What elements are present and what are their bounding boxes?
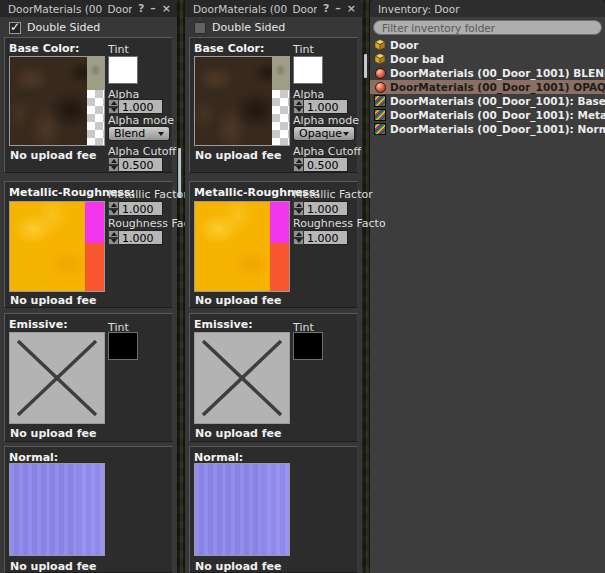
normal-texture-thumbnail[interactable]: [194, 463, 290, 556]
dropdown-arrow-icon: [343, 132, 349, 136]
roughness-factor-label: Roughness Facto: [293, 217, 386, 230]
alpha-cutoff-spinner[interactable]: 0.500: [293, 157, 348, 172]
inventory-list-item[interactable]: DoorMaterials (00_Door_1001): Base Color: [370, 94, 605, 108]
normal-section: Normal: No upload fee: [4, 446, 173, 573]
minimize-button[interactable]: –: [150, 0, 156, 17]
alpha-checkerboard: [272, 90, 289, 145]
spinner-down-icon[interactable]: [293, 165, 304, 173]
alpha-spinner[interactable]: 1.000: [293, 99, 348, 114]
emissive-tint-swatch[interactable]: [293, 332, 323, 360]
material-icon: [374, 81, 386, 93]
metallic-factor-value[interactable]: 1.000: [119, 201, 163, 216]
normal-texture-thumbnail[interactable]: [9, 463, 105, 556]
window-titlebar[interactable]: DoorMaterials (00_Door_100... ? – ×: [0, 0, 177, 17]
upload-fee-text: No upload fee: [10, 427, 96, 440]
spinner-up-icon[interactable]: [108, 99, 119, 107]
spinner-down-icon[interactable]: [293, 107, 304, 115]
metallic-roughness-texture-thumbnail[interactable]: [9, 201, 105, 292]
alpha-spinner[interactable]: 1.000: [108, 99, 163, 114]
upload-fee-text: No upload fee: [10, 294, 96, 307]
dropdown-arrow-icon: [158, 132, 164, 136]
base-tint-swatch[interactable]: [108, 56, 138, 84]
checkmark-icon: ✓: [10, 20, 20, 34]
inventory-list-item[interactable]: DoorMaterials (00_Door_1001) BLEND: [370, 66, 605, 80]
spinner-down-icon[interactable]: [108, 238, 119, 246]
inventory-list-item[interactable]: DoorMaterials (00_Door_1001) OPAQUE: [370, 80, 605, 94]
upload-fee-text: No upload fee: [195, 149, 281, 162]
help-button[interactable]: ?: [323, 0, 329, 17]
metallic-roughness-section: Metallic-Roughness: Metallic Factor 1.00…: [4, 181, 173, 308]
spinner-up-icon[interactable]: [293, 201, 304, 209]
alpha-cutoff-spinner[interactable]: 0.500: [108, 157, 163, 172]
base-color-section: Base Color: Tint Alpha 1.000 Alpha mode …: [4, 37, 173, 173]
spinner-down-icon[interactable]: [108, 107, 119, 115]
inventory-filter-input[interactable]: [373, 20, 602, 35]
inventory-item-label: DoorMaterials (00_Door_1001) BLEND: [390, 67, 605, 79]
emissive-tint-swatch[interactable]: [108, 332, 138, 360]
roughness-factor-spinner[interactable]: 1.000: [108, 230, 163, 245]
base-color-section: Base Color: Tint Alpha 1.000 Alpha mode …: [189, 37, 358, 173]
alpha-cutoff-value[interactable]: 0.500: [119, 157, 163, 172]
double-sided-label: Double Sided: [212, 21, 285, 34]
tint-label: Tint: [293, 43, 314, 56]
spinner-up-icon[interactable]: [293, 230, 304, 238]
close-button[interactable]: ×: [347, 0, 356, 17]
close-button[interactable]: ×: [162, 0, 171, 17]
spinner-up-icon[interactable]: [108, 201, 119, 209]
alpha-mode-dropdown[interactable]: Blend: [108, 126, 170, 141]
window-titlebar[interactable]: DoorMaterials (00_Door_100... ? – ×: [185, 0, 362, 17]
base-color-heading: Base Color:: [194, 42, 264, 55]
spinner-down-icon[interactable]: [293, 209, 304, 217]
inventory-title: Inventory: Door: [378, 3, 460, 15]
alpha-mode-value: Opaque: [299, 127, 343, 140]
viewer-screen: Inventory: Door Door Door bad: [0, 0, 605, 573]
alpha-value[interactable]: 1.000: [119, 99, 163, 114]
minimize-button[interactable]: –: [335, 0, 341, 17]
upload-fee-text: No upload fee: [195, 427, 281, 440]
roughness-factor-value[interactable]: 1.000: [304, 230, 348, 245]
spinner-down-icon[interactable]: [293, 238, 304, 246]
inventory-list-item[interactable]: Door: [370, 38, 605, 52]
alpha-value[interactable]: 1.000: [304, 99, 348, 114]
inventory-list-item[interactable]: Door bad: [370, 52, 605, 66]
base-color-texture-thumbnail[interactable]: [194, 56, 290, 146]
metallic-factor-value[interactable]: 1.000: [304, 201, 348, 216]
emissive-section: Emissive: Tint No upload fee: [4, 313, 173, 442]
spinner-up-icon[interactable]: [108, 157, 119, 165]
inventory-item-label: DoorMaterials (00_Door_1001): Metallic R…: [390, 109, 605, 121]
spinner-up-icon[interactable]: [293, 99, 304, 107]
upload-fee-text: No upload fee: [195, 560, 281, 573]
upload-fee-text: No upload fee: [195, 294, 281, 307]
emissive-texture-thumbnail[interactable]: [9, 332, 105, 424]
alpha-mode-dropdown[interactable]: Opaque: [293, 126, 355, 141]
window-title: DoorMaterials (00_Door_100...: [8, 3, 132, 15]
base-tint-swatch[interactable]: [293, 56, 323, 84]
inventory-titlebar[interactable]: Inventory: Door: [370, 0, 605, 17]
roughness-factor-spinner[interactable]: 1.000: [293, 230, 348, 245]
texture-icon: [374, 123, 386, 135]
blank-texture-x-icon: [195, 333, 289, 423]
alpha-cutoff-value[interactable]: 0.500: [304, 157, 348, 172]
spinner-up-icon[interactable]: [108, 230, 119, 238]
emissive-texture-thumbnail[interactable]: [194, 332, 290, 424]
inventory-item-label: Door: [390, 39, 418, 51]
roughness-factor-value[interactable]: 1.000: [119, 230, 163, 245]
double-sided-checkbox[interactable]: ✓: [9, 22, 21, 34]
inventory-list-item[interactable]: DoorMaterials (00_Door_1001): Normal: [370, 122, 605, 136]
inventory-list-item[interactable]: DoorMaterials (00_Door_1001): Metallic R…: [370, 108, 605, 122]
spinner-down-icon[interactable]: [108, 209, 119, 217]
double-sided-label: Double Sided: [27, 21, 100, 34]
spinner-up-icon[interactable]: [293, 157, 304, 165]
texture-icon: [374, 109, 386, 121]
material-editor-window: DoorMaterials (00_Door_100... ? – × ✓ Do…: [185, 0, 362, 573]
base-color-texture-thumbnail[interactable]: [9, 56, 105, 146]
metallic-factor-spinner[interactable]: 1.000: [108, 201, 163, 216]
metallic-factor-spinner[interactable]: 1.000: [293, 201, 348, 216]
spinner-down-icon[interactable]: [108, 165, 119, 173]
inventory-list: Door Door bad DoorMaterials (00_Door_100…: [370, 38, 605, 136]
object-icon: [374, 39, 386, 51]
double-sided-checkbox[interactable]: ✓: [194, 22, 206, 34]
help-button[interactable]: ?: [138, 0, 144, 17]
upload-fee-text: No upload fee: [10, 560, 96, 573]
metallic-roughness-texture-thumbnail[interactable]: [194, 201, 290, 292]
